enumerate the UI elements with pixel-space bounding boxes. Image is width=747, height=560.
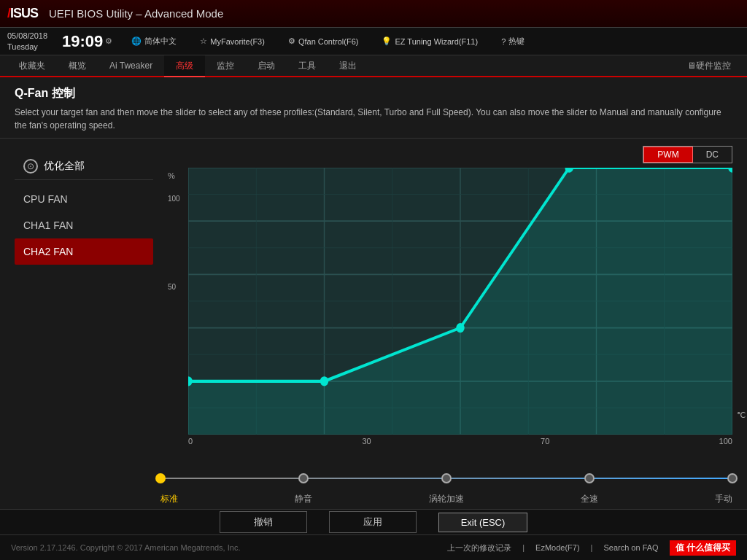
favorite-icon: ☆ bbox=[200, 36, 207, 46]
nav-tabs: 收藏夹 概览 Ai Tweaker 高级 监控 启动 工具 退出 🖥 硬件监控 bbox=[0, 55, 747, 77]
globe-icon: 🌐 bbox=[131, 36, 142, 46]
chart-svg-wrapper: ℃ bbox=[188, 168, 732, 435]
datetime-display: 05/08/2018 Tuesday bbox=[7, 31, 47, 52]
svg-point-23 bbox=[320, 376, 328, 386]
tab-overview[interactable]: 概览 bbox=[57, 55, 98, 77]
tab-monitor[interactable]: 监控 bbox=[205, 55, 246, 77]
right-panel: PWM DC % 100 50 bbox=[153, 146, 732, 453]
hardware-monitor-btn[interactable]: 🖥 硬件监控 bbox=[678, 60, 740, 72]
slider-dot-turbo[interactable] bbox=[441, 473, 452, 483]
day-label: Tuesday bbox=[7, 42, 47, 52]
x-label-30: 30 bbox=[362, 437, 371, 446]
chart-canvas bbox=[188, 168, 732, 435]
footer: Version 2.17.1246. Copyright © 2017 Amer… bbox=[0, 534, 747, 560]
slider-track bbox=[160, 467, 732, 489]
qfan-btn[interactable]: ⚙ Qfan Control(F6) bbox=[284, 35, 363, 47]
toolbar: 05/08/2018 Tuesday 19:09 ⚙ 🌐 简体中文 ☆ MyFa… bbox=[0, 28, 747, 55]
tab-tools[interactable]: 工具 bbox=[287, 55, 328, 77]
optimize-all-btn[interactable]: ⊙ 优化全部 bbox=[15, 153, 153, 180]
cpu-fan-item[interactable]: CPU FAN bbox=[15, 186, 153, 212]
asus-logo: /ISUS bbox=[7, 6, 38, 21]
page-title: Q-Fan 控制 bbox=[15, 86, 732, 101]
fan-chart: % 100 50 bbox=[168, 168, 732, 453]
tab-boot[interactable]: 启动 bbox=[246, 55, 287, 77]
optimize-icon: ⊙ bbox=[23, 159, 38, 174]
svg-point-24 bbox=[456, 323, 464, 332]
hotkey-icon: ? bbox=[501, 37, 506, 46]
left-panel: ⊙ 优化全部 CPU FAN CHA1 FAN CHA2 FAN bbox=[15, 146, 153, 453]
lightbulb-icon: 💡 bbox=[382, 36, 392, 46]
slider-dot-full[interactable] bbox=[584, 473, 595, 483]
slider-section: 标准 静音 涡轮加速 全速 手动 bbox=[0, 460, 747, 509]
tab-advanced[interactable]: 高级 bbox=[164, 55, 205, 77]
cancel-button[interactable]: 撤销 bbox=[220, 511, 307, 533]
tab-exit[interactable]: 退出 bbox=[328, 55, 368, 77]
label-silent: 静音 bbox=[295, 493, 312, 505]
monitor-icon: 🖥 bbox=[687, 61, 696, 71]
x-label-100: 100 bbox=[719, 437, 732, 446]
time-display: 19:09 bbox=[62, 32, 103, 51]
label-manual: 手动 bbox=[715, 493, 732, 505]
tab-ai-tweaker[interactable]: Ai Tweaker bbox=[98, 55, 164, 77]
x-axis-labels: 0 30 70 100 bbox=[188, 437, 732, 446]
version-text: Version 2.17.1246. Copyright © 2017 Amer… bbox=[11, 543, 240, 552]
header-title: UEFI BIOS Utility – Advanced Mode bbox=[49, 7, 223, 20]
language-btn[interactable]: 🌐 简体中文 bbox=[127, 34, 181, 48]
bottom-bar: 撤销 应用 Exit (ESC) bbox=[0, 509, 747, 534]
slider-dot-manual[interactable] bbox=[727, 473, 738, 483]
settings-icon[interactable]: ⚙ bbox=[105, 36, 112, 46]
apply-button[interactable]: 应用 bbox=[329, 511, 417, 533]
pwm-dc-toggle: PWM DC bbox=[643, 146, 732, 163]
last-change-link[interactable]: 上一次的修改记录 bbox=[447, 542, 511, 553]
exit-button[interactable]: Exit (ESC) bbox=[438, 513, 528, 532]
brand-logo: 值 什么值得买 bbox=[670, 540, 736, 556]
label-turbo: 涡轮加速 bbox=[429, 493, 464, 505]
fan-icon: ⚙ bbox=[288, 36, 295, 46]
cha1-fan-item[interactable]: CHA1 FAN bbox=[15, 212, 153, 238]
label-standard: 标准 bbox=[160, 493, 178, 505]
my-favorite-btn[interactable]: ☆ MyFavorite(F3) bbox=[196, 35, 269, 47]
hotkey-btn[interactable]: ? 热键 bbox=[497, 34, 529, 48]
pwm-btn[interactable]: PWM bbox=[643, 147, 692, 163]
fan-area: ⊙ 优化全部 CPU FAN CHA1 FAN CHA2 FAN PWM DC … bbox=[0, 139, 747, 460]
main-content: Q-Fan 控制 Select your target fan and then… bbox=[0, 77, 747, 509]
label-full: 全速 bbox=[581, 493, 598, 505]
ez-tuning-btn[interactable]: 💡 EZ Tuning Wizard(F11) bbox=[377, 35, 482, 47]
tab-favorites[interactable]: 收藏夹 bbox=[7, 55, 57, 77]
x-label-0: 0 bbox=[188, 437, 193, 446]
ez-mode-link[interactable]: EzMode(F7) bbox=[535, 543, 580, 552]
search-faq-link[interactable]: Search on FAQ bbox=[603, 543, 658, 552]
x-label-70: 70 bbox=[541, 437, 549, 446]
info-section: Q-Fan 控制 Select your target fan and then… bbox=[0, 77, 747, 139]
header-bar: /ISUS UEFI BIOS Utility – Advanced Mode bbox=[0, 0, 747, 28]
page-description: Select your target fan and then move the… bbox=[15, 106, 732, 132]
slider-dot-standard[interactable] bbox=[155, 473, 166, 483]
cha2-fan-item[interactable]: CHA2 FAN bbox=[15, 238, 153, 265]
slider-labels: 标准 静音 涡轮加速 全速 手动 bbox=[160, 493, 732, 505]
dc-btn[interactable]: DC bbox=[693, 147, 732, 163]
x-axis-unit: ℃ bbox=[737, 411, 746, 420]
brand-text: 值 bbox=[676, 542, 686, 553]
date-label: 05/08/2018 bbox=[7, 31, 47, 41]
footer-right: 上一次的修改记录 | EzMode(F7) | Search on FAQ 值 … bbox=[447, 540, 736, 556]
y-axis-label: % 100 50 bbox=[168, 171, 180, 291]
slider-dot-silent[interactable] bbox=[298, 473, 309, 483]
